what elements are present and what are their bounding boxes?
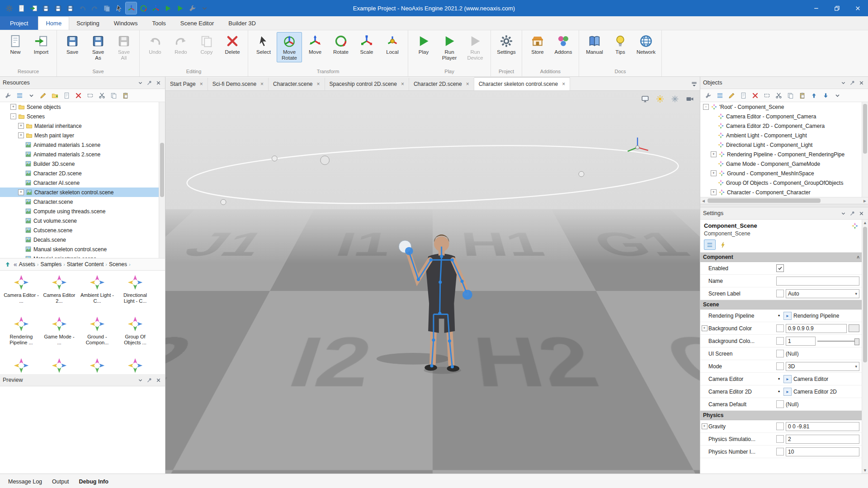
dropdown[interactable]: 3D▾ [786,362,859,371]
ribbon-button-scale[interactable]: Scale [354,32,379,56]
close-tab-icon[interactable]: × [260,81,264,87]
resource-grid-item[interactable] [117,356,154,374]
viewport-display-button[interactable] [640,94,651,104]
copy-button[interactable] [101,2,112,14]
reference-value[interactable]: Camera Editor [793,376,828,382]
pin-button[interactable] [848,209,856,217]
restore-button[interactable] [826,0,847,16]
tree-item-compute-using-threads-scene[interactable]: Compute using threads.scene [0,206,165,216]
tree-expander[interactable]: - [703,104,709,110]
tree-item-character-scene[interactable]: Character.scene [0,197,165,206]
import-button[interactable] [28,2,39,14]
newfolder-button[interactable] [50,90,60,100]
resource-grid-item[interactable] [79,356,116,374]
resource-grid-item-ground-compon[interactable]: Ground - Compon... [79,314,116,355]
ribbon-button-tips[interactable]: Tips [608,32,633,56]
pin-button[interactable] [145,376,153,384]
tree-item-material-anisotropic-scene[interactable]: Material anisotropic.scene [0,254,165,258]
resource-grid-item-group-of-objects[interactable]: Group Of Objects ... [117,314,154,355]
scrollbar-thumb[interactable] [708,198,821,203]
viewport[interactable]: P1O1N1M1L1K1J1I1H1G1F1E1D1C1B1A1P2O2N2M2… [165,91,700,474]
scissors-button[interactable] [774,90,783,100]
menu-tab-tools[interactable]: Tools [145,16,173,30]
chevron-button[interactable] [199,2,210,14]
breadcrumb-item-scenes[interactable]: Scenes [109,261,127,267]
resources-tree-scrollbar[interactable] [159,102,165,258]
tree-item-scenes[interactable]: -Scenes [0,112,165,121]
checkbox[interactable] [776,264,784,272]
tree-item-manual-skeleton-control-scene[interactable]: Manual skeleton control.scene [0,244,165,254]
menu-tab-scripting[interactable]: Scripting [69,16,107,30]
text-input[interactable]: 10 [786,447,859,456]
tools-button[interactable] [3,90,13,100]
rect-button[interactable] [85,90,95,100]
tree-item-decals-scene[interactable]: Decals.scene [0,235,165,244]
color-swatch[interactable] [849,324,859,332]
tree-expander[interactable]: + [711,189,717,195]
tree-item-builder-3d-scene[interactable]: Builder 3D.scene [0,159,165,169]
resource-grid-item[interactable] [3,356,40,374]
tree-item-animated-materials-2-scene[interactable]: Animated materials 2.scene [0,150,165,159]
tree-expander[interactable]: + [711,170,717,176]
text-input[interactable]: 2 [786,435,859,444]
settings-tab-events[interactable] [717,239,729,250]
page-button[interactable] [61,90,71,100]
tree-item-group-of-objects-component-groupofobjects[interactable]: Group Of Objects - Component_GroupOfObje… [700,178,868,188]
dropdown[interactable]: Auto▾ [786,289,859,298]
close-panel-button[interactable] [154,376,162,384]
up-level-button[interactable] [4,260,12,268]
move-gizmo[interactable] [627,137,648,151]
close-button[interactable] [847,0,868,16]
tree-item-cut-volume-scene[interactable]: Cut volume.scene [0,216,165,225]
tree-item-character-2d-scene[interactable]: Character 2D.scene [0,169,165,178]
statusbar-tab-debug-info[interactable]: Debug Info [75,477,113,487]
ribbon-button-save[interactable]: Save [60,32,85,56]
close-tab-icon[interactable]: × [200,81,203,87]
tree-expander[interactable]: + [10,104,16,110]
slider[interactable] [817,338,859,344]
scroll-up-arrow[interactable]: ▲ [862,220,868,226]
panel-splitter[interactable] [700,204,868,207]
tree-item-rendering-pipeline-component-renderingpipe[interactable]: +Rendering Pipeline - Component_Renderin… [700,150,868,159]
tab-list-button[interactable] [688,78,700,90]
document-tab-spaceship-control-2d-scene[interactable]: Spaceship control 2D.scene× [325,78,409,90]
menu-tab-builder-3d[interactable]: Builder 3D [221,16,263,30]
ribbon-button-local[interactable]: Local [380,32,405,56]
delete-button[interactable] [73,90,83,100]
ribbon-button-copy[interactable]: Copy [194,32,219,56]
tree-item-camera-editor-component-camera[interactable]: Camera Editor - Component_Camera [700,112,868,121]
settings-section-scene[interactable]: Scene [700,300,862,310]
resource-grid-item-game-mode[interactable]: Game Mode - ... [41,314,78,355]
breadcrumb-item-starter-content[interactable]: Starter Content [67,261,104,267]
resource-grid-item-camera-editor-2[interactable]: Camera Editor 2... [41,272,78,313]
pencil-button[interactable] [38,90,48,100]
reference-goto-button[interactable]: ▸ [783,388,792,396]
viewport-sun-button[interactable] [655,94,665,104]
document-tab-character-scene[interactable]: Character.scene× [269,78,325,90]
delete-button[interactable] [750,90,760,100]
settings-tab-properties[interactable] [704,239,716,250]
ribbon-button-new[interactable]: New [3,32,28,56]
rect-button[interactable] [762,90,772,100]
paste-button[interactable] [120,90,130,100]
ribbon-button-save-as[interactable]: SaveAs [85,32,111,62]
tree-item-cutscene-scene[interactable]: Cutscene.scene [0,225,165,235]
close-tab-icon[interactable]: × [466,81,469,87]
default-value-box[interactable] [776,448,784,455]
gear-button[interactable] [4,2,14,14]
ribbon-button-undo[interactable]: Undo [142,32,168,56]
menu-tab-home[interactable]: Home [38,16,69,30]
tree-item-ground-component-meshinspace[interactable]: +Ground - Component_MeshInSpace [700,169,868,178]
tree-expander[interactable]: - [10,113,16,119]
panel-menu-button[interactable] [839,79,847,87]
paste-button[interactable] [797,90,807,100]
resource-grid-item-camera-editor[interactable]: Camera Editor - ... [3,272,40,313]
tree-item-material-inheritance[interactable]: +Material inheritance [0,121,165,131]
tree-item-mesh-paint-layer[interactable]: +Mesh paint layer [0,131,165,140]
default-value-box[interactable] [776,362,784,370]
slider-thumb[interactable] [854,338,859,345]
ribbon-button-save-all[interactable]: SaveAll [111,32,137,62]
tree-expander[interactable]: + [18,123,24,129]
pencil-button[interactable] [726,90,736,100]
tree-item-character-skeleton-control-scene[interactable]: +Character skeleton control.scene [0,188,165,197]
